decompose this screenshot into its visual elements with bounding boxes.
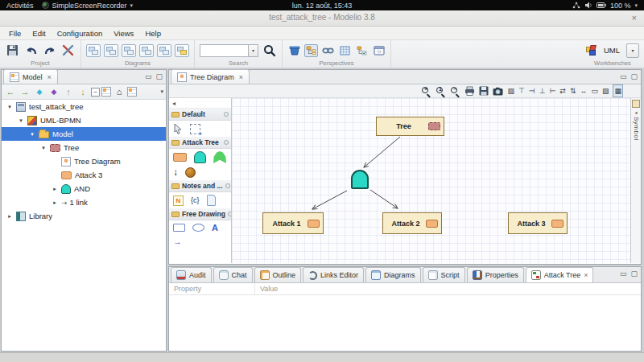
palette-collapse-button[interactable]: ◂: [172, 100, 175, 107]
property-table-body[interactable]: [169, 295, 641, 350]
activities-button[interactable]: Activités: [6, 2, 34, 10]
tree-item-1-link[interactable]: ▸ ⇢ 1 link: [2, 195, 166, 209]
node-and-gate[interactable]: [351, 170, 369, 189]
window-close-button[interactable]: ×: [632, 13, 637, 23]
drawer-pin-icon[interactable]: [224, 112, 229, 117]
zoom-in-button[interactable]: +: [421, 86, 431, 97]
link-tool[interactable]: ↓: [173, 167, 178, 178]
tab-script[interactable]: Script: [423, 267, 465, 282]
rectangle-tool[interactable]: [173, 224, 185, 232]
document-tool[interactable]: [207, 195, 216, 206]
same-size-button[interactable]: ▭: [591, 85, 598, 97]
clock[interactable]: lun. 12 août, 15:43: [292, 2, 353, 10]
perspective-audit-icon[interactable]: [355, 44, 369, 57]
column-value[interactable]: Value: [255, 283, 278, 294]
tree-item-and[interactable]: ▸ AND: [2, 182, 166, 195]
drawer-pin-icon[interactable]: [224, 140, 229, 145]
menu-views[interactable]: Views: [108, 27, 139, 39]
attack-node-tool[interactable]: [173, 153, 187, 162]
zoom-out-button[interactable]: −: [450, 86, 460, 97]
related-back-button[interactable]: ◆: [33, 85, 46, 98]
minimize-view-button[interactable]: ▭: [620, 72, 627, 80]
note-tool[interactable]: N: [173, 195, 184, 206]
refresh-tree-button[interactable]: [127, 87, 137, 97]
configure-tools-button[interactable]: [60, 43, 76, 58]
tree-item-library[interactable]: ▸ Library: [2, 209, 166, 223]
marquee-tool[interactable]: [190, 124, 200, 134]
perspective-container-icon[interactable]: [287, 44, 301, 57]
minimize-view-button[interactable]: ▭: [145, 72, 152, 80]
tree-item-tree[interactable]: ▾ Tree: [2, 141, 166, 154]
tree-item-uml-bpmn[interactable]: ▾ UML-BPMN: [2, 113, 166, 127]
node-attack-3[interactable]: Attack 3: [508, 212, 568, 234]
select-tool[interactable]: [173, 123, 183, 134]
diagram-create-icon-2[interactable]: [104, 44, 118, 57]
close-icon[interactable]: ×: [239, 73, 243, 81]
expander-icon[interactable]: ▸: [6, 213, 13, 220]
tab-audit[interactable]: Audit: [171, 267, 212, 282]
toolbar-overflow-chevron[interactable]: ▾: [160, 88, 163, 95]
column-property[interactable]: Property: [169, 283, 255, 294]
align-right-button[interactable]: ⊢: [550, 85, 556, 97]
close-icon[interactable]: ×: [47, 73, 52, 81]
collapse-all-button[interactable]: −: [91, 88, 100, 97]
symbol-view-icon[interactable]: [632, 100, 640, 108]
tab-chat[interactable]: Chat: [213, 267, 253, 282]
distribute-horizontal-button[interactable]: ⇄: [559, 85, 566, 97]
maximize-view-button[interactable]: ▢: [155, 72, 163, 80]
palette-group-default[interactable]: Default: [169, 109, 231, 121]
tab-links-editor[interactable]: Links Editor: [303, 267, 364, 282]
style-brush-button[interactable]: ▨: [602, 85, 609, 97]
ellipse-tool[interactable]: [192, 224, 204, 232]
menu-edit[interactable]: Edit: [27, 27, 51, 39]
drawer-pin-icon[interactable]: [225, 183, 230, 188]
search-dropdown-button[interactable]: ▾: [248, 44, 258, 57]
expander-icon[interactable]: ▸: [52, 186, 58, 192]
and-gate-tool[interactable]: [194, 151, 206, 163]
align-left-button[interactable]: ⊣: [529, 85, 535, 97]
redo-button[interactable]: [42, 43, 57, 58]
nav-back-button[interactable]: ←: [4, 85, 17, 98]
move-up-button[interactable]: ↑: [62, 85, 75, 98]
tab-attack-tree[interactable]: Attack Tree ×: [526, 267, 594, 282]
expander-icon[interactable]: ▾: [40, 145, 47, 151]
select-region-icon[interactable]: ▧: [507, 85, 514, 97]
perspective-window-icon[interactable]: [372, 44, 386, 57]
link-with-editor-button[interactable]: [101, 87, 111, 97]
same-width-button[interactable]: ↔: [580, 85, 587, 97]
zoom-100-button[interactable]: 1: [436, 86, 446, 97]
close-icon[interactable]: ×: [584, 271, 588, 279]
perspective-links-icon[interactable]: [321, 44, 335, 57]
minimize-view-button[interactable]: ▭: [620, 269, 627, 278]
related-forward-button[interactable]: ◆: [47, 85, 60, 98]
diagram-canvas[interactable]: Tree Attack 1 Attack 2 Attack 3: [232, 98, 630, 263]
symbol-view-strip[interactable]: ◂ Symbol: [630, 98, 641, 263]
node-attack-1[interactable]: Attack 1: [262, 212, 324, 234]
home-button[interactable]: ⌂: [113, 85, 126, 98]
expander-icon[interactable]: ▾: [18, 117, 24, 124]
diagram-create-icon-5[interactable]: [157, 44, 171, 57]
diagram-create-icon-4[interactable]: [139, 44, 154, 57]
menu-help[interactable]: Help: [139, 27, 167, 39]
search-button[interactable]: [262, 43, 277, 58]
print-button[interactable]: [464, 86, 475, 96]
save-diagram-button[interactable]: [479, 86, 489, 96]
tab-outline[interactable]: Outline: [254, 267, 302, 282]
tab-model[interactable]: Model ×: [3, 69, 58, 84]
toggle-grid-button[interactable]: ▦: [613, 84, 623, 97]
text-tool[interactable]: A: [212, 223, 218, 232]
or-gate-tool[interactable]: [213, 151, 226, 163]
constraint-tool[interactable]: {c}: [191, 196, 200, 204]
align-top-button[interactable]: ⊤: [518, 85, 525, 97]
expander-icon[interactable]: ▾: [29, 131, 35, 138]
workbench-dropdown-button[interactable]: ▾: [626, 43, 639, 58]
undo-button[interactable]: [23, 43, 39, 58]
symbol-view-label[interactable]: Symbol: [633, 117, 640, 141]
maximize-view-button[interactable]: ▢: [630, 269, 638, 278]
tab-diagrams[interactable]: Diagrams: [365, 267, 421, 282]
search-input[interactable]: [200, 44, 248, 57]
align-bottom-button[interactable]: ⊥: [539, 85, 546, 97]
palette-group-free-drawing[interactable]: Free Drawing: [169, 208, 231, 220]
tree-item-attack-3[interactable]: Attack 3: [2, 168, 166, 182]
drawer-pin-icon[interactable]: [228, 212, 231, 216]
